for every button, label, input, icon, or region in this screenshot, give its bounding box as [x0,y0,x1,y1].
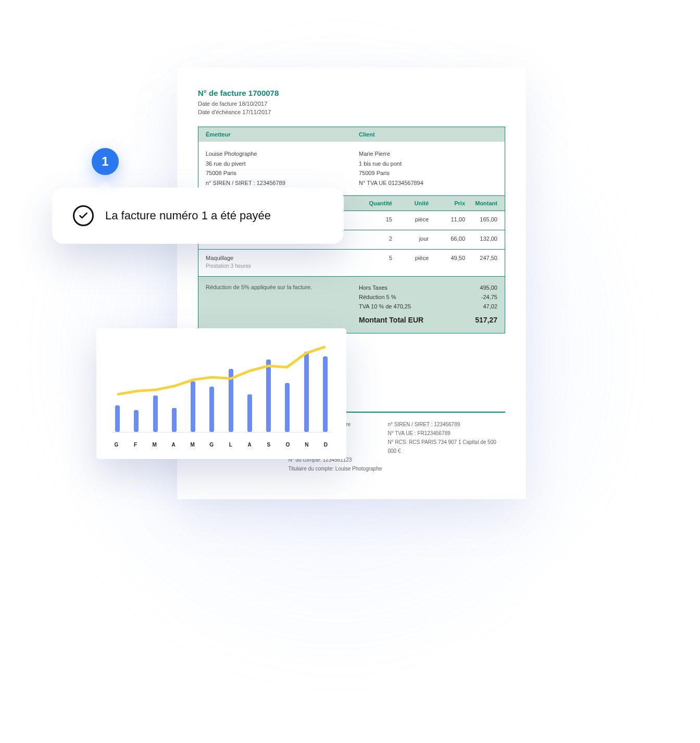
x-axis-label: G [208,442,216,448]
client-details: Marie Pierre 1 bis rue du pont 75009 Par… [352,142,505,195]
notification-badge: 1 [92,148,119,175]
x-axis-label: A [246,442,254,448]
notification-bubble: La facture numéro 1 a été payée [52,188,344,244]
emitter-header: Émetteur [198,127,352,142]
item-row: MaquillagePrestation 3 heures 5 pièce 49… [198,249,505,276]
invoice-date: Date de facture 18/10/2017 [198,101,505,107]
x-axis-label: M [151,442,158,448]
x-axis-label: A [170,442,178,448]
chart-card: GFMAMGLASOND [96,328,346,459]
col-qty: Quantité [359,196,395,210]
notification-text: La facture numéro 1 a été payée [105,209,271,222]
invoice-due-date: Date d'échéance 17/11/2017 [198,109,505,115]
x-axis-label: G [113,442,120,448]
chart-line [118,347,324,394]
x-axis-label: F [132,442,140,448]
col-amount: Montant [468,196,505,210]
totals-block: Hors Taxes495,00 Réduction 5 %-24,75 TVA… [359,277,505,333]
col-price: Prix [432,196,468,210]
x-axis-label: M [189,442,196,448]
x-axis-label: D [322,442,330,448]
col-unit: Unité [395,196,432,210]
parties-block: Émetteur Client Louise Photographe 36 ru… [198,127,505,196]
check-circle-icon [73,205,94,226]
discount-note: Réduction de 5% appliquée sur la facture… [198,277,359,333]
client-header: Client [352,127,505,142]
x-axis-label: N [303,442,310,448]
invoice-number: N° de facture 1700078 [198,89,505,97]
x-axis-label: L [227,442,234,448]
chart-x-axis: GFMAMGLASOND [112,432,331,448]
x-axis-label: S [265,442,272,448]
x-axis-label: O [284,442,292,448]
chart-area [112,344,331,432]
